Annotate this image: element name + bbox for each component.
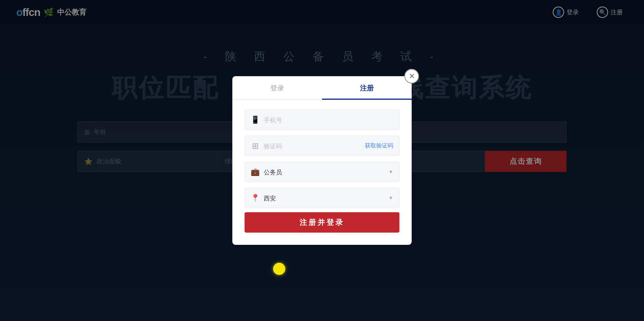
modal-close-button[interactable]: ✕ bbox=[404, 69, 419, 84]
phone-input[interactable] bbox=[264, 117, 393, 123]
city-dropdown-arrow: ▼ bbox=[388, 195, 393, 201]
tab-login[interactable]: 登录 bbox=[232, 76, 322, 100]
cursor-pointer bbox=[273, 263, 285, 275]
register-submit-label: 注册并登录 bbox=[300, 218, 344, 226]
code-field-container: ⊞ 获取验证码 bbox=[245, 136, 399, 156]
modal-overlay: ✕ 登录 注册 📱 ⊞ 获取验证码 bbox=[0, 0, 644, 321]
city-select[interactable]: 西安 北京 上海 bbox=[264, 195, 384, 202]
register-submit-button[interactable]: 注册并登录 bbox=[245, 212, 399, 233]
modal-form: 📱 ⊞ 获取验证码 💼 公务员 教师 其他 ▼ bbox=[232, 110, 412, 208]
city-icon: 📍 bbox=[251, 193, 260, 202]
phone-icon: 📱 bbox=[251, 115, 260, 124]
tab-register[interactable]: 注册 bbox=[322, 76, 412, 100]
code-input[interactable] bbox=[264, 143, 361, 150]
get-code-button[interactable]: 获取验证码 bbox=[365, 142, 393, 150]
modal-tabs: 登录 注册 bbox=[232, 76, 412, 100]
phone-field-container: 📱 bbox=[245, 110, 399, 130]
role-icon: 💼 bbox=[251, 167, 260, 176]
tab-login-label: 登录 bbox=[270, 84, 284, 92]
code-icon: ⊞ bbox=[251, 141, 260, 151]
modal-dialog: ✕ 登录 注册 📱 ⊞ 获取验证码 bbox=[232, 76, 412, 245]
role-field-container: 💼 公务员 教师 其他 ▼ bbox=[245, 162, 399, 182]
role-select[interactable]: 公务员 教师 其他 bbox=[264, 169, 384, 176]
tab-register-label: 注册 bbox=[360, 84, 374, 92]
city-field-container: 📍 西安 北京 上海 ▼ bbox=[245, 188, 399, 208]
close-icon: ✕ bbox=[409, 72, 415, 81]
role-dropdown-arrow: ▼ bbox=[388, 169, 393, 175]
